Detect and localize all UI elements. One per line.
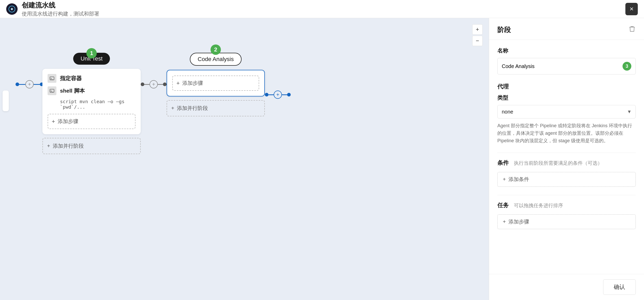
name-section: 名称 3	[497, 47, 636, 74]
zoom-in-button[interactable]: +	[472, 24, 483, 35]
add-step-button[interactable]: + 添加步骤	[497, 214, 636, 229]
tasks-subtitle: 可以拖拽任务进行排序	[514, 202, 563, 209]
exit-connector: +	[265, 91, 291, 99]
stage-2-card: + 添加步骤	[167, 70, 265, 96]
svg-point-1	[11, 8, 13, 10]
conditions-section: 条件 执行当前阶段所需要满足的条件（可选） + 添加条件	[497, 159, 636, 187]
canvas-area: + − + 1Unit Test	[0, 18, 489, 300]
conditions-title: 条件	[497, 159, 509, 167]
tasks-header: 任务 可以拖拽任务进行排序	[497, 201, 636, 210]
stage-1-badge: 1	[86, 48, 97, 58]
exit-dot-1	[265, 93, 268, 96]
agent-help-text: Agent 部分指定整个 Pipeline 或特定阶段将在 Jenkins 环境…	[497, 122, 636, 144]
stage-2-add-parallel[interactable]: + 添加并行阶段	[167, 100, 265, 116]
page-subtitle: 使用流水线进行构建，测试和部署	[22, 10, 99, 17]
step-shell: shell 脚本	[48, 86, 136, 95]
stage-2-add-step[interactable]: + 添加步骤	[172, 76, 259, 91]
name-label: 名称	[497, 47, 636, 54]
stage-unit-test: 1Unit Test 指定容器	[42, 49, 141, 154]
add-between-stages[interactable]: +	[149, 80, 158, 88]
agent-title: 代理	[497, 83, 636, 91]
step-shell-icon	[48, 86, 56, 95]
page-title: 创建流水线	[22, 1, 99, 10]
conn-dot-2	[163, 82, 167, 86]
exit-dot-2	[287, 93, 291, 96]
panel-footer: 确认	[489, 274, 644, 300]
entry-connector: +	[16, 80, 43, 88]
name-input[interactable]	[502, 63, 623, 69]
conditions-subtitle: 执行当前阶段所需要满足的条件（可选）	[514, 160, 602, 167]
header: 创建流水线 使用流水线进行构建，测试和部署 ×	[0, 0, 644, 18]
right-panel: 阶段 名称 3 代理 类型	[489, 18, 644, 300]
confirm-button[interactable]: 确认	[603, 279, 636, 295]
panel-body: 名称 3 代理 类型 none any label docker	[489, 40, 644, 274]
stage-2-badge: 2	[211, 44, 221, 55]
panel-title: 阶段	[497, 25, 511, 34]
stage-1-add-step[interactable]: + 添加步骤	[48, 114, 136, 129]
name-input-wrapper: 3	[497, 58, 636, 74]
add-after-stage-2[interactable]: +	[274, 91, 282, 99]
zoom-out-button[interactable]: −	[472, 36, 483, 46]
entry-dot	[16, 82, 19, 86]
step-container-label: 指定容器	[60, 75, 82, 82]
svg-rect-3	[50, 89, 54, 92]
delete-stage-button[interactable]	[628, 25, 636, 34]
stage-1-add-parallel[interactable]: + 添加并行阶段	[42, 138, 141, 154]
entry-line	[19, 84, 25, 85]
inter-stage-connector: +	[141, 80, 167, 88]
tasks-section: 任务 可以拖拽任务进行排序 + 添加步骤	[497, 201, 636, 229]
type-label: 类型	[497, 94, 636, 101]
main-container: + − + 1Unit Test	[0, 18, 644, 300]
script-content: script mvn clean –o –gs `pwd`/...	[60, 99, 136, 110]
name-badge: 3	[623, 62, 631, 71]
conn-dot-1	[141, 82, 144, 86]
step-container-icon	[48, 74, 56, 83]
add-condition-button[interactable]: + 添加条件	[497, 172, 636, 187]
stage-2-label-wrapper: 2 Code Analysis	[190, 49, 241, 70]
pipeline-canvas: + 1Unit Test 指定容器	[0, 18, 489, 300]
step-shell-label: shell 脚本	[60, 87, 85, 94]
exit-line	[268, 94, 274, 95]
left-hint-card	[3, 91, 9, 111]
close-button[interactable]: ×	[625, 3, 638, 15]
entry-line-2	[34, 84, 40, 85]
stage-code-analysis: 2 Code Analysis + 添加步骤 + 添加并行阶段	[167, 49, 265, 116]
svg-rect-2	[50, 77, 54, 80]
type-select[interactable]: none any label docker	[497, 105, 636, 118]
divider-1	[497, 153, 636, 153]
type-select-wrapper: none any label docker ▼	[497, 105, 636, 118]
zoom-controls: + −	[472, 24, 483, 46]
type-field: 类型 none any label docker ▼	[497, 94, 636, 118]
divider-2	[497, 195, 636, 195]
agent-section: 代理 类型 none any label docker ▼ Agent 部分指定…	[497, 83, 636, 144]
step-container: 指定容器	[48, 74, 136, 83]
conditions-header: 条件 执行当前阶段所需要满足的条件（可选）	[497, 159, 636, 168]
exit-line-2	[282, 94, 287, 95]
add-stage-left[interactable]: +	[25, 80, 34, 88]
conn-line-2	[158, 84, 163, 85]
conn-line-1	[144, 84, 149, 85]
tasks-title: 任务	[497, 201, 509, 209]
pipeline-row: + 1Unit Test 指定容器	[16, 49, 473, 154]
header-text: 创建流水线 使用流水线进行构建，测试和部署	[22, 1, 99, 17]
panel-header: 阶段	[489, 18, 644, 40]
stage-1-card: 指定容器 shell 脚本 script mvn clean –o –gs `p…	[42, 69, 141, 134]
app-logo	[6, 3, 18, 15]
